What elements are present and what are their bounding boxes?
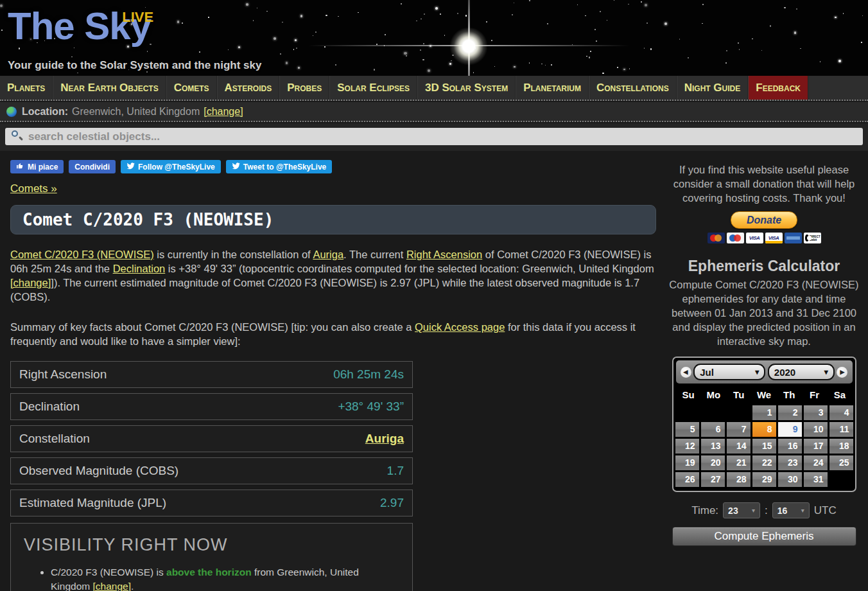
calendar-day-name-we: We xyxy=(751,386,776,404)
direct-debit-label: DIRECT Debit xyxy=(810,235,820,242)
star xyxy=(784,7,785,8)
nav-item-night-guide[interactable]: Night Guide xyxy=(677,76,749,100)
calendar-day-7[interactable]: 7 xyxy=(727,422,751,437)
star xyxy=(572,44,573,45)
time-hour-value: 23 xyxy=(728,506,738,516)
site-logo[interactable]: The Sky LIVE xyxy=(8,4,151,48)
nav-item-3d-solar-system[interactable]: 3D Solar System xyxy=(417,76,516,100)
calendar-day-grid: 1234567891011121314151617181920212223242… xyxy=(676,405,853,488)
time-minute-select[interactable]: 16 ▾ xyxy=(772,502,810,518)
star xyxy=(590,51,591,52)
quick-access-link[interactable]: Quick Access page xyxy=(415,321,505,333)
comet-link[interactable]: Comet C/2020 F3 (NEOWISE) xyxy=(10,249,154,260)
star xyxy=(725,62,727,64)
fact-row: ConstellationAuriga xyxy=(10,425,413,452)
calendar-month-select[interactable]: Jul ▾ xyxy=(693,364,765,380)
fact-label: Constellation xyxy=(19,432,90,446)
calendar-day-28[interactable]: 28 xyxy=(727,472,751,487)
social-button-condividi[interactable]: Condividi xyxy=(69,160,116,173)
calendar-day-30[interactable]: 30 xyxy=(778,472,802,487)
calendar-day-29[interactable]: 29 xyxy=(752,472,776,487)
site-tagline: Your guide to the Solar System and the n… xyxy=(8,59,261,72)
right-ascension-link[interactable]: Right Ascension xyxy=(406,249,482,260)
star xyxy=(486,21,487,22)
calendar-day-13[interactable]: 13 xyxy=(701,439,725,454)
nav-item-solar-eclipses[interactable]: Solar Eclipses xyxy=(329,76,417,100)
calendar-day-24[interactable]: 24 xyxy=(804,455,828,470)
nav-item-planets[interactable]: Planets xyxy=(0,76,53,100)
calendar-day-18[interactable]: 18 xyxy=(829,439,853,454)
visibility-text: . xyxy=(131,581,134,591)
declination-link[interactable]: Declination xyxy=(113,263,166,274)
social-buttons-row: Mi piaceCondividiFollow @TheSkyLiveTweet… xyxy=(10,160,656,173)
social-button-follow-theskylive[interactable]: Follow @TheSkyLive xyxy=(121,160,221,173)
visibility-change-link[interactable]: [change] xyxy=(92,581,130,591)
calendar-day-6[interactable]: 6 xyxy=(701,422,725,437)
nav-item-comets[interactable]: Comets xyxy=(166,76,217,100)
calendar-day-23[interactable]: 23 xyxy=(778,455,802,470)
calendar-day-9[interactable]: 9 xyxy=(778,422,802,437)
nav-item-constellations[interactable]: Constellations xyxy=(589,76,677,100)
location-label: Location: xyxy=(22,106,68,118)
intro-change-link[interactable]: [change] xyxy=(10,277,51,288)
star xyxy=(182,22,183,24)
location-change-link[interactable]: [change] xyxy=(204,106,243,118)
calendar-day-27[interactable]: 27 xyxy=(701,472,725,487)
calendar-day-8[interactable]: 8 xyxy=(752,422,776,437)
star xyxy=(541,64,542,64)
calendar-empty-cell xyxy=(727,405,751,420)
star xyxy=(688,57,689,58)
nav-item-near-earth-objects[interactable]: Near Earth Objects xyxy=(53,76,166,100)
calendar-day-4[interactable]: 4 xyxy=(829,405,853,420)
calendar-day-16[interactable]: 16 xyxy=(778,439,802,454)
star xyxy=(315,31,317,33)
visa-electron-card-icon: VISA xyxy=(765,233,783,243)
calendar-next-button[interactable]: ▶ xyxy=(837,367,847,378)
calendar-day-22[interactable]: 22 xyxy=(752,455,776,470)
calendar-day-20[interactable]: 20 xyxy=(701,455,725,470)
calendar-day-10[interactable]: 10 xyxy=(804,422,828,437)
intro-paragraph: Comet C/2020 F3 (NEOWISE) is currently i… xyxy=(10,247,656,304)
calendar-day-31[interactable]: 31 xyxy=(804,472,828,487)
intro-text: . The current xyxy=(343,249,406,260)
time-hour-select[interactable]: 23 ▾ xyxy=(723,502,760,518)
utc-label: UTC xyxy=(814,504,837,517)
breadcrumb-comets-link[interactable]: Comets » xyxy=(10,182,57,195)
calendar-day-3[interactable]: 3 xyxy=(804,405,828,420)
calendar-day-14[interactable]: 14 xyxy=(727,439,751,454)
donate-button[interactable]: Donate xyxy=(731,211,797,229)
fact-value[interactable]: Auriga xyxy=(365,432,404,446)
nav-item-feedback[interactable]: Feedback xyxy=(748,76,808,100)
visibility-panel: VISIBILITY RIGHT NOW C/2020 F3 (NEOWISE)… xyxy=(10,523,413,591)
calendar-day-12[interactable]: 12 xyxy=(675,439,699,454)
calendar-day-19[interactable]: 19 xyxy=(675,455,699,470)
auriga-link[interactable]: Auriga xyxy=(313,249,343,260)
amex-card-icon xyxy=(785,233,802,243)
time-row: Time: 23 ▾ : 16 ▾ UTC xyxy=(668,502,860,518)
calendar-day-5[interactable]: 5 xyxy=(675,422,699,437)
calendar-day-1[interactable]: 1 xyxy=(752,405,776,420)
calendar-day-11[interactable]: 11 xyxy=(829,422,853,437)
calendar-day-26[interactable]: 26 xyxy=(675,472,699,487)
calendar-day-21[interactable]: 21 xyxy=(727,455,751,470)
calendar-day-2[interactable]: 2 xyxy=(778,405,802,420)
nav-item-probes[interactable]: Probes xyxy=(279,76,329,100)
search-input[interactable] xyxy=(5,128,863,145)
fact-label: Observed Magnitude (COBS) xyxy=(19,464,178,478)
calendar-day-15[interactable]: 15 xyxy=(752,439,776,454)
social-button-tweet-to-theskylive[interactable]: Tweet to @TheSkyLive xyxy=(226,160,333,173)
compute-ephemeris-button[interactable]: Compute Ephemeris xyxy=(672,527,856,546)
calendar-prev-button[interactable]: ◀ xyxy=(681,367,691,378)
calendar-year-select[interactable]: 2020 ▾ xyxy=(768,364,835,380)
nav-item-planetarium[interactable]: Planetarium xyxy=(516,76,589,100)
star xyxy=(421,19,422,20)
calendar-day-25[interactable]: 25 xyxy=(829,455,853,470)
social-button-mi-piace[interactable]: Mi piace xyxy=(10,160,64,173)
calendar-day-17[interactable]: 17 xyxy=(804,439,828,454)
star xyxy=(551,64,552,66)
search-icon xyxy=(12,130,23,142)
time-label: Time: xyxy=(691,504,718,517)
intro-text: is +38° 49' 33” (topocentric coordinates… xyxy=(165,263,654,274)
nav-item-asteroids[interactable]: Asteroids xyxy=(217,76,280,100)
star xyxy=(602,73,603,74)
